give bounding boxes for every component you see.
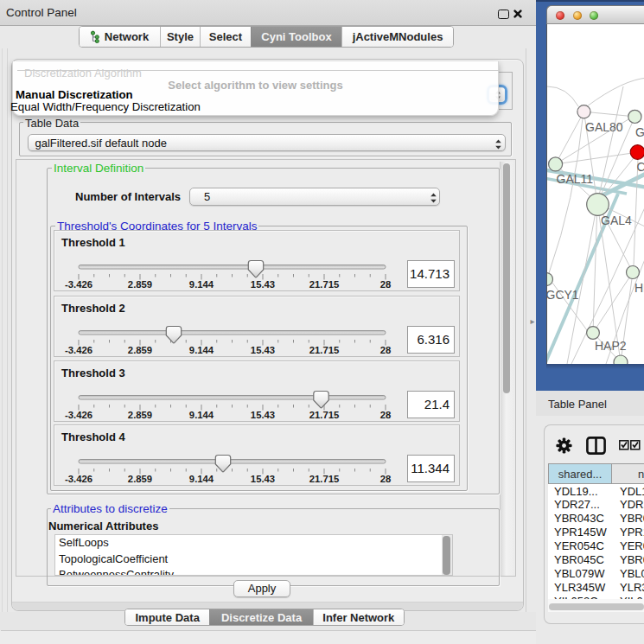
svg-text:GAL: GAL [635, 125, 644, 139]
svg-text:CD: CD [637, 160, 644, 174]
svg-text:28: 28 [380, 279, 392, 290]
svg-text:15.43: 15.43 [251, 474, 275, 484]
svg-text:GAL4: GAL4 [601, 214, 632, 227]
svg-text:9.144: 9.144 [189, 474, 214, 484]
svg-text:9.144: 9.144 [189, 279, 214, 290]
svg-text:2.859: 2.859 [128, 474, 152, 484]
svg-text:HAP2: HAP2 [595, 339, 627, 353]
svg-text:21.715: 21.715 [309, 474, 340, 484]
svg-text:GAL80: GAL80 [585, 120, 623, 134]
svg-text:-3.426: -3.426 [65, 345, 92, 355]
svg-text:9.144: 9.144 [189, 345, 214, 355]
svg-text:2.859: 2.859 [128, 345, 152, 355]
svg-text:28: 28 [380, 474, 392, 484]
svg-text:28: 28 [380, 410, 392, 420]
svg-text:21.715: 21.715 [309, 345, 340, 355]
svg-text:2.859: 2.859 [128, 279, 152, 290]
svg-text:15.43: 15.43 [251, 345, 275, 355]
svg-text:-3.426: -3.426 [65, 410, 92, 420]
svg-text:GCY1: GCY1 [547, 288, 579, 302]
svg-text:21.715: 21.715 [309, 410, 340, 420]
svg-text:15.43: 15.43 [251, 410, 275, 420]
svg-text:9.144: 9.144 [189, 410, 214, 420]
svg-text:GAL11: GAL11 [557, 172, 594, 186]
svg-text:2.859: 2.859 [128, 410, 152, 420]
svg-text:-3.426: -3.426 [65, 474, 92, 484]
svg-text:-3.426: -3.426 [65, 279, 92, 290]
svg-text:21.715: 21.715 [309, 279, 340, 290]
svg-text:15.43: 15.43 [251, 279, 275, 290]
svg-text:28: 28 [380, 345, 392, 355]
svg-text:HIS: HIS [634, 281, 644, 295]
